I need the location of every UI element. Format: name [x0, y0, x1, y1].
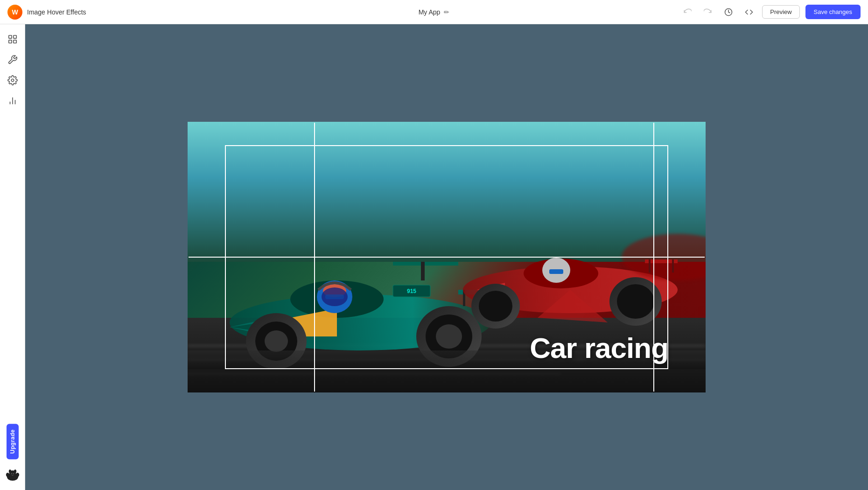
svg-rect-41 — [421, 262, 425, 280]
app-name-label: My App — [419, 8, 441, 16]
logo-icon: W — [7, 5, 22, 20]
preview-button[interactable]: Preview — [762, 5, 799, 19]
image-widget[interactable]: 915 — [188, 122, 706, 392]
svg-point-36 — [265, 330, 288, 352]
upgrade-button[interactable]: Upgrade — [7, 424, 19, 459]
image-caption: Car racing — [530, 331, 668, 364]
svg-rect-51 — [549, 269, 563, 274]
edit-app-name-icon[interactable]: ✏ — [444, 8, 449, 16]
svg-rect-4 — [13, 40, 16, 43]
canvas-area[interactable]: 915 — [25, 24, 868, 490]
redo-button[interactable] — [700, 5, 715, 20]
sidebar-item-tools[interactable] — [3, 50, 22, 69]
save-button[interactable]: Save changes — [805, 5, 861, 19]
topbar-center: My App ✏ — [419, 8, 450, 16]
svg-rect-1 — [8, 35, 11, 38]
sidebar-item-settings[interactable] — [3, 71, 22, 90]
svg-point-55 — [617, 284, 654, 319]
image-content: 915 — [188, 122, 706, 392]
svg-rect-2 — [13, 35, 16, 38]
undo-button[interactable] — [680, 5, 695, 20]
svg-rect-17 — [188, 122, 706, 262]
svg-text:915: 915 — [407, 288, 416, 294]
sidebar-item-analytics[interactable] — [3, 91, 22, 110]
svg-rect-40 — [393, 262, 458, 266]
svg-point-15 — [11, 473, 12, 474]
main-area: Upgrade — [0, 24, 868, 490]
svg-rect-33 — [325, 294, 344, 299]
topbar-right: Preview Save changes — [680, 5, 861, 20]
svg-point-5 — [11, 79, 14, 82]
svg-rect-3 — [8, 40, 11, 43]
svg-point-53 — [479, 291, 512, 322]
code-button[interactable] — [742, 5, 756, 20]
sidebar-footer — [3, 466, 22, 484]
svg-point-16 — [13, 473, 14, 474]
logo-letter: W — [12, 8, 18, 16]
logo-area: W Image Hover Effects — [7, 5, 86, 20]
svg-point-39 — [436, 324, 462, 349]
topbar: W Image Hover Effects My App ✏ Pr — [0, 0, 868, 24]
plugin-name: Image Hover Effects — [27, 8, 86, 16]
sidebar: Upgrade — [0, 24, 25, 490]
sidebar-item-pages[interactable] — [3, 30, 22, 49]
dog-icon — [4, 469, 21, 482]
history-button[interactable] — [721, 5, 736, 20]
